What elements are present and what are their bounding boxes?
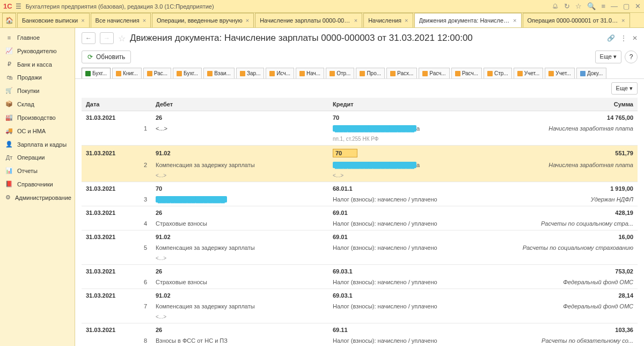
tab-close-icon[interactable]: × bbox=[405, 17, 408, 24]
subtab-1[interactable]: Книг... bbox=[112, 68, 142, 78]
close-page-icon[interactable]: ✕ bbox=[632, 34, 638, 42]
table-row[interactable]: 31.03.20212669.11103,36 bbox=[82, 323, 638, 337]
subtab-2[interactable]: Рас... bbox=[143, 68, 171, 78]
table-row[interactable]: 31.03.2021267014 765,00 bbox=[82, 111, 638, 125]
tab-close-icon[interactable]: × bbox=[354, 17, 357, 24]
subtab-icon bbox=[299, 71, 305, 76]
history-icon[interactable]: ↻ bbox=[564, 2, 570, 10]
minimize-icon[interactable]: — bbox=[611, 2, 618, 10]
col-debit[interactable]: Дебет bbox=[151, 98, 328, 111]
subtab-0[interactable]: Бухг... bbox=[82, 68, 111, 78]
subtab-8[interactable]: Отр... bbox=[326, 68, 354, 78]
close-icon[interactable]: ✕ bbox=[635, 2, 641, 10]
options-icon[interactable]: ⋮ bbox=[620, 34, 627, 42]
tab-1[interactable]: Все начисления× bbox=[91, 13, 151, 27]
table-subrow[interactable]: 8Взносы в ФСС от НС и ПЗНалог (взносы): … bbox=[82, 336, 638, 346]
subtab-3[interactable]: Бухг... bbox=[173, 68, 202, 78]
home-tab[interactable]: 🏠 bbox=[2, 13, 16, 27]
subtab-icon bbox=[390, 71, 396, 76]
table-subrow[interactable]: 7Компенсация за задержку зарплатыНалог (… bbox=[82, 302, 638, 313]
subtab-14[interactable]: Учет... bbox=[514, 68, 544, 78]
sidebar-item-4[interactable]: 🛒Покупки bbox=[0, 84, 75, 97]
subtab-icon bbox=[116, 71, 121, 76]
sidebar-item-6[interactable]: 🏭Производство bbox=[0, 111, 75, 124]
subtab-icon bbox=[177, 71, 182, 76]
tab-0[interactable]: Банковские выписки× bbox=[17, 13, 90, 27]
forward-button[interactable]: → bbox=[100, 32, 114, 44]
subtab-15[interactable]: Учет... bbox=[545, 68, 575, 78]
tab-close-icon[interactable]: × bbox=[621, 17, 625, 24]
maximize-icon[interactable]: ▢ bbox=[623, 2, 630, 10]
table-subrow[interactable]: 5Компенсация за задержку зарплатыНалог (… bbox=[82, 243, 638, 254]
subtab-6[interactable]: Исч... bbox=[266, 68, 294, 78]
table-row[interactable]: 31.03.202191.0270551,79 bbox=[82, 146, 638, 161]
sidebar-item-8[interactable]: 👤Зарплата и кадры bbox=[0, 138, 75, 151]
content-header: ← → ☆ Движения документа: Начисление зар… bbox=[75, 28, 644, 48]
col-date[interactable]: Дата bbox=[82, 98, 130, 111]
sidebar-icon: 📈 bbox=[5, 47, 13, 54]
favorite-icon[interactable]: ☆ bbox=[575, 2, 582, 10]
sidebar-item-5[interactable]: 📦Склад bbox=[0, 97, 75, 111]
sidebar-item-3[interactable]: 🛍Продажи bbox=[0, 71, 75, 84]
subtab-10[interactable]: Расх... bbox=[386, 68, 417, 78]
back-button[interactable]: ← bbox=[82, 32, 96, 44]
table-wrap[interactable]: Дата Дебет Кредит Сумма 31.03.2021267014… bbox=[75, 98, 644, 346]
notifications-icon[interactable]: 🕭 bbox=[552, 2, 559, 10]
sidebar-item-1[interactable]: 📈Руководителю bbox=[0, 44, 75, 57]
sidebar-item-9[interactable]: ДтОперации bbox=[0, 151, 75, 164]
subtab-5[interactable]: Зар... bbox=[236, 68, 265, 78]
subtab-16[interactable]: Доку... bbox=[576, 68, 606, 78]
subtab-4[interactable]: Взаи... bbox=[203, 68, 235, 78]
tab-close-icon[interactable]: × bbox=[246, 17, 249, 24]
table-row[interactable]: 31.03.20212669.03.1753,02 bbox=[82, 265, 638, 278]
tab-close-icon[interactable]: × bbox=[81, 17, 84, 24]
sidebar-item-2[interactable]: ₽Банк и касса bbox=[0, 57, 75, 71]
table-subrow[interactable]: 4Страховые взносыНалог (взносы): начисле… bbox=[82, 219, 638, 230]
sidebar-item-7[interactable]: 🚚ОС и НМА bbox=[0, 124, 75, 138]
toolbar: ⟳ Обновить Еще ▾ ? bbox=[75, 48, 644, 68]
table-subrow2[interactable]: <...> bbox=[82, 313, 638, 323]
settings-icon[interactable]: ≡ bbox=[601, 2, 605, 10]
tab-3[interactable]: Начисление зарплаты 0000-000003 от 31...… bbox=[255, 13, 362, 27]
table-subrow[interactable]: 6Страховые взносыНалог (взносы): начисле… bbox=[82, 278, 638, 289]
sidebar-label: Банк и касса bbox=[17, 61, 52, 68]
subtab-12[interactable]: Расч... bbox=[451, 68, 482, 78]
subtab-11[interactable]: Расч... bbox=[419, 68, 449, 78]
table-subrow[interactable]: 1<...>███████████████████аНачислена зара… bbox=[82, 124, 638, 135]
help-button[interactable]: ? bbox=[625, 51, 638, 63]
table-row[interactable]: 31.03.202191.0269.0116,00 bbox=[82, 230, 638, 244]
search-icon[interactable]: 🔍 bbox=[587, 2, 596, 10]
subtab-icon bbox=[580, 71, 586, 76]
sidebar-label: Администрирование bbox=[15, 194, 71, 201]
subtab-13[interactable]: Стр... bbox=[484, 68, 512, 78]
table-subrow[interactable]: 2Компенсация за задержку зарплаты███████… bbox=[82, 161, 638, 171]
refresh-button[interactable]: ⟳ Обновить bbox=[82, 51, 131, 63]
table-subrow2[interactable]: <...><...> bbox=[82, 171, 638, 182]
tab-close-icon[interactable]: × bbox=[143, 17, 146, 24]
sidebar-item-0[interactable]: ≡Главное bbox=[0, 31, 75, 44]
table-subrow[interactable]: 3████████████████Налог (взносы): начисле… bbox=[82, 195, 638, 206]
tab-close-icon[interactable]: × bbox=[513, 17, 516, 24]
menu-icon[interactable]: ☰ bbox=[16, 3, 21, 10]
sidebar-item-10[interactable]: 📊Отчеты bbox=[0, 164, 75, 177]
table-subrow2[interactable]: пп.1, ст.255 НК РФ bbox=[82, 135, 638, 146]
star-icon[interactable]: ☆ bbox=[118, 33, 126, 44]
link-icon[interactable]: 🔗 bbox=[607, 34, 615, 42]
table-row[interactable]: 31.03.20212669.01428,19 bbox=[82, 206, 638, 220]
tab-4[interactable]: Начисления× bbox=[363, 13, 413, 27]
col-credit[interactable]: Кредит bbox=[328, 98, 511, 111]
sidebar-item-11[interactable]: 📕Справочники bbox=[0, 177, 75, 191]
subtab-icon bbox=[269, 71, 275, 76]
tab-5[interactable]: Движения документа: Начисление зарплат..… bbox=[414, 13, 522, 27]
table-row[interactable]: 31.03.202191.0269.03.128,14 bbox=[82, 289, 638, 302]
table-row[interactable]: 31.03.20217068.01.11 919,00 bbox=[82, 182, 638, 196]
col-sum[interactable]: Сумма bbox=[511, 98, 638, 111]
sidebar-item-12[interactable]: ⚙Администрирование bbox=[0, 191, 75, 204]
tab-2[interactable]: Операции, введенные вручную× bbox=[152, 13, 254, 27]
more-button[interactable]: Еще ▾ bbox=[595, 51, 621, 63]
table-more-button[interactable]: Еще ▾ bbox=[611, 82, 638, 95]
tab-6[interactable]: Операция 0000-000001 от 31.03.2021 18:..… bbox=[523, 13, 630, 27]
subtab-9[interactable]: Про... bbox=[356, 68, 385, 78]
table-subrow2[interactable]: <...> bbox=[82, 254, 638, 265]
subtab-7[interactable]: Нач... bbox=[296, 68, 324, 78]
